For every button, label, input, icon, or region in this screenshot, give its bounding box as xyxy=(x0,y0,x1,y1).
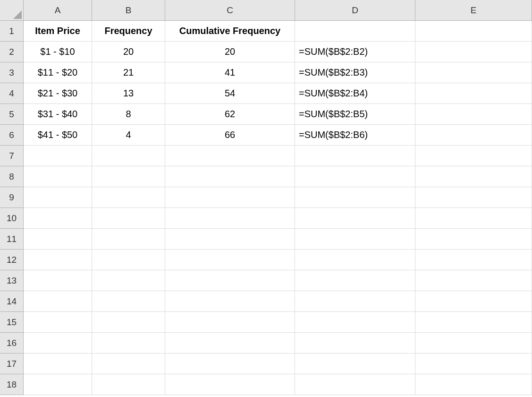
cell-E12[interactable] xyxy=(415,250,532,270)
cell-A18[interactable] xyxy=(24,374,92,395)
cell-B11[interactable] xyxy=(92,229,165,250)
cell-E6[interactable] xyxy=(415,125,532,146)
row-header-12[interactable]: 12 xyxy=(0,250,24,270)
cell-A17[interactable] xyxy=(24,354,92,374)
cell-A11[interactable] xyxy=(24,229,92,250)
row-header-5[interactable]: 5 xyxy=(0,104,24,125)
cell-C11[interactable] xyxy=(165,229,295,250)
cell-E18[interactable] xyxy=(415,374,532,395)
cell-E8[interactable] xyxy=(415,166,532,187)
row-header-17[interactable]: 17 xyxy=(0,354,24,374)
cell-B10[interactable] xyxy=(92,208,165,229)
cell-B12[interactable] xyxy=(92,250,165,270)
cell-C8[interactable] xyxy=(165,166,295,187)
cell-C3[interactable]: 41 xyxy=(165,62,295,83)
cell-D18[interactable] xyxy=(295,374,415,395)
cell-A2[interactable]: $1 - $10 xyxy=(24,42,92,62)
row-header-1[interactable]: 1 xyxy=(0,21,24,42)
cell-C7[interactable] xyxy=(165,146,295,166)
col-header-C[interactable]: C xyxy=(165,0,295,21)
cell-B1[interactable]: Frequency xyxy=(92,21,165,42)
cell-A13[interactable] xyxy=(24,270,92,291)
cell-E5[interactable] xyxy=(415,104,532,125)
cell-C16[interactable] xyxy=(165,333,295,354)
cell-E15[interactable] xyxy=(415,312,532,333)
row-header-13[interactable]: 13 xyxy=(0,270,24,291)
cell-B16[interactable] xyxy=(92,333,165,354)
cell-C12[interactable] xyxy=(165,250,295,270)
cell-B7[interactable] xyxy=(92,146,165,166)
cell-C14[interactable] xyxy=(165,291,295,312)
cell-D13[interactable] xyxy=(295,270,415,291)
cell-D2[interactable]: =SUM($B$2:B2) xyxy=(295,42,415,62)
cell-E2[interactable] xyxy=(415,42,532,62)
cell-B6[interactable]: 4 xyxy=(92,125,165,146)
cell-D12[interactable] xyxy=(295,250,415,270)
cell-C13[interactable] xyxy=(165,270,295,291)
row-header-7[interactable]: 7 xyxy=(0,146,24,166)
cell-E4[interactable] xyxy=(415,83,532,104)
cell-A4[interactable]: $21 - $30 xyxy=(24,83,92,104)
cell-E13[interactable] xyxy=(415,270,532,291)
cell-A15[interactable] xyxy=(24,312,92,333)
cell-A5[interactable]: $31 - $40 xyxy=(24,104,92,125)
cell-C5[interactable]: 62 xyxy=(165,104,295,125)
cell-C9[interactable] xyxy=(165,187,295,208)
cell-C17[interactable] xyxy=(165,354,295,374)
cell-B8[interactable] xyxy=(92,166,165,187)
cell-C15[interactable] xyxy=(165,312,295,333)
row-header-14[interactable]: 14 xyxy=(0,291,24,312)
cell-A10[interactable] xyxy=(24,208,92,229)
cell-B17[interactable] xyxy=(92,354,165,374)
cell-A6[interactable]: $41 - $50 xyxy=(24,125,92,146)
row-header-3[interactable]: 3 xyxy=(0,62,24,83)
cell-D7[interactable] xyxy=(295,146,415,166)
row-header-10[interactable]: 10 xyxy=(0,208,24,229)
cell-E16[interactable] xyxy=(415,333,532,354)
cell-B2[interactable]: 20 xyxy=(92,42,165,62)
cell-B18[interactable] xyxy=(92,374,165,395)
cell-A8[interactable] xyxy=(24,166,92,187)
cell-A12[interactable] xyxy=(24,250,92,270)
cell-D5[interactable]: =SUM($B$2:B5) xyxy=(295,104,415,125)
cell-E11[interactable] xyxy=(415,229,532,250)
cell-A16[interactable] xyxy=(24,333,92,354)
cell-B14[interactable] xyxy=(92,291,165,312)
cell-A3[interactable]: $11 - $20 xyxy=(24,62,92,83)
cell-E7[interactable] xyxy=(415,146,532,166)
cell-E9[interactable] xyxy=(415,187,532,208)
cell-E1[interactable] xyxy=(415,21,532,42)
cell-D6[interactable]: =SUM($B$2:B6) xyxy=(295,125,415,146)
cell-B4[interactable]: 13 xyxy=(92,83,165,104)
cell-D17[interactable] xyxy=(295,354,415,374)
cell-B5[interactable]: 8 xyxy=(92,104,165,125)
col-header-D[interactable]: D xyxy=(295,0,415,21)
row-header-11[interactable]: 11 xyxy=(0,229,24,250)
cell-E10[interactable] xyxy=(415,208,532,229)
cell-B13[interactable] xyxy=(92,270,165,291)
row-header-4[interactable]: 4 xyxy=(0,83,24,104)
cell-D9[interactable] xyxy=(295,187,415,208)
cell-D14[interactable] xyxy=(295,291,415,312)
row-header-9[interactable]: 9 xyxy=(0,187,24,208)
cell-A1[interactable]: Item Price xyxy=(24,21,92,42)
cell-C10[interactable] xyxy=(165,208,295,229)
row-header-8[interactable]: 8 xyxy=(0,166,24,187)
row-header-15[interactable]: 15 xyxy=(0,312,24,333)
cell-E3[interactable] xyxy=(415,62,532,83)
cell-D16[interactable] xyxy=(295,333,415,354)
row-header-2[interactable]: 2 xyxy=(0,42,24,62)
select-all-corner[interactable] xyxy=(0,0,24,21)
row-header-16[interactable]: 16 xyxy=(0,333,24,354)
cell-A14[interactable] xyxy=(24,291,92,312)
cell-C4[interactable]: 54 xyxy=(165,83,295,104)
cell-A9[interactable] xyxy=(24,187,92,208)
cell-C2[interactable]: 20 xyxy=(165,42,295,62)
cell-D10[interactable] xyxy=(295,208,415,229)
cell-A7[interactable] xyxy=(24,146,92,166)
cell-C6[interactable]: 66 xyxy=(165,125,295,146)
row-header-6[interactable]: 6 xyxy=(0,125,24,146)
cell-C18[interactable] xyxy=(165,374,295,395)
cell-C1[interactable]: Cumulative Frequency xyxy=(165,21,295,42)
cell-D1[interactable] xyxy=(295,21,415,42)
